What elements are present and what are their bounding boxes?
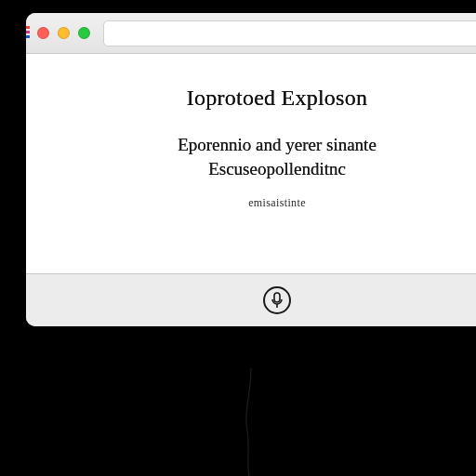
browser-window: Ioprotoed Exploson Eporennio and yerer s…	[26, 13, 476, 326]
svg-rect-0	[274, 293, 280, 302]
body-line-2: Escuseopollenditnc	[65, 159, 476, 179]
titlebar-color-marks	[26, 26, 30, 38]
page-heading: Ioprotoed Exploson	[65, 86, 476, 111]
body-line-1: Eporennio and yerer sinante	[65, 135, 476, 155]
mic-cable	[238, 368, 264, 476]
body-footnote: emisaistinte	[65, 196, 476, 210]
page-content: Ioprotoed Exploson Eporennio and yerer s…	[26, 54, 476, 273]
url-bar[interactable]	[103, 20, 476, 46]
window-minimize-button[interactable]	[58, 27, 70, 39]
window-close-button[interactable]	[37, 27, 49, 39]
traffic-lights	[37, 27, 90, 39]
window-zoom-button[interactable]	[78, 27, 90, 39]
window-footer	[26, 273, 476, 326]
microphone-icon	[271, 292, 284, 309]
window-titlebar	[26, 13, 476, 54]
microphone-button[interactable]	[263, 286, 291, 314]
